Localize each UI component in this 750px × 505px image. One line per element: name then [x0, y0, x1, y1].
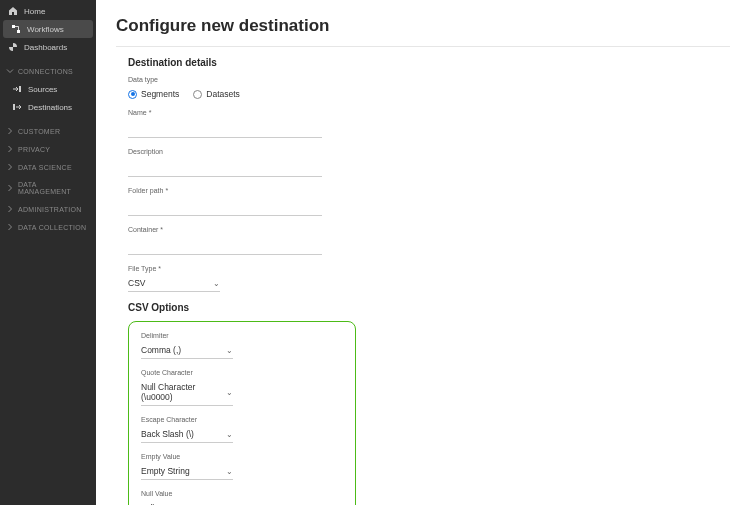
null-select[interactable]: null ⌄: [141, 499, 233, 505]
svg-rect-0: [12, 25, 15, 28]
group-label: DATA SCIENCE: [18, 164, 72, 171]
destinations-icon: [12, 102, 22, 112]
main-content: Configure new destination Destination de…: [96, 0, 750, 505]
folder-label: Folder path *: [128, 187, 322, 194]
null-label: Null Value: [141, 490, 343, 497]
nav-sources[interactable]: Sources: [0, 80, 96, 98]
desc-input[interactable]: [128, 159, 322, 177]
section-title-details: Destination details: [128, 57, 730, 68]
chevron-right-icon: [6, 163, 14, 171]
chevron-down-icon: ⌄: [226, 467, 233, 476]
csv-options-box: Delimiter Comma (,) ⌄ Quote Character Nu…: [128, 321, 356, 505]
workflows-icon: [11, 24, 21, 34]
select-value: Null Character (\u0000): [141, 382, 226, 402]
radio-icon: [128, 90, 137, 99]
home-icon: [8, 6, 18, 16]
chevron-down-icon: [6, 67, 14, 75]
radio-label: Datasets: [206, 89, 240, 99]
section-title-csv: CSV Options: [128, 302, 730, 313]
chevron-right-icon: [6, 127, 14, 135]
group-label: CUSTOMER: [18, 128, 60, 135]
delimiter-select[interactable]: Comma (,) ⌄: [141, 341, 233, 359]
nav-label: Workflows: [27, 25, 64, 34]
empty-label: Empty Value: [141, 453, 343, 460]
filetype-label: File Type *: [128, 265, 322, 272]
chevron-down-icon: ⌄: [226, 430, 233, 439]
chevron-right-icon: [6, 145, 14, 153]
quote-select[interactable]: Null Character (\u0000) ⌄: [141, 378, 233, 406]
chevron-right-icon: [6, 223, 14, 231]
nav-dashboards[interactable]: Dashboards: [0, 38, 96, 56]
delimiter-label: Delimiter: [141, 332, 343, 339]
radio-label: Segments: [141, 89, 179, 99]
sidebar: Home Workflows Dashboards CONNECTIONS So…: [0, 0, 96, 505]
radio-datasets[interactable]: Datasets: [193, 89, 240, 99]
group-label: DATA MANAGEMENT: [18, 181, 90, 195]
divider: [116, 46, 730, 47]
name-label: Name *: [128, 109, 322, 116]
nav-destinations[interactable]: Destinations: [0, 98, 96, 116]
nav-group-customer[interactable]: CUSTOMER: [0, 122, 96, 140]
escape-select[interactable]: Back Slash (\) ⌄: [141, 425, 233, 443]
datatype-radios: Segments Datasets: [128, 89, 730, 99]
group-label: PRIVACY: [18, 146, 50, 153]
chevron-down-icon: ⌄: [213, 279, 220, 288]
nav-label: Home: [24, 7, 45, 16]
nav-group-administration[interactable]: ADMINISTRATION: [0, 200, 96, 218]
quote-label: Quote Character: [141, 369, 343, 376]
nav-group-privacy[interactable]: PRIVACY: [0, 140, 96, 158]
radio-icon: [193, 90, 202, 99]
container-label: Container *: [128, 226, 322, 233]
nav-group-datascience[interactable]: DATA SCIENCE: [0, 158, 96, 176]
svg-rect-2: [19, 86, 21, 92]
dashboards-icon: [8, 42, 18, 52]
svg-rect-1: [17, 30, 20, 33]
radio-segments[interactable]: Segments: [128, 89, 179, 99]
filetype-select[interactable]: CSV ⌄: [128, 274, 220, 292]
nav-group-connections[interactable]: CONNECTIONS: [0, 62, 96, 80]
desc-label: Description: [128, 148, 322, 155]
sources-icon: [12, 84, 22, 94]
nav-group-datacollection[interactable]: DATA COLLECTION: [0, 218, 96, 236]
chevron-down-icon: ⌄: [226, 346, 233, 355]
select-value: Back Slash (\): [141, 429, 194, 439]
group-label: DATA COLLECTION: [18, 224, 86, 231]
nav-label: Dashboards: [24, 43, 67, 52]
container-input[interactable]: [128, 237, 322, 255]
select-value: Comma (,): [141, 345, 181, 355]
select-value: Empty String: [141, 466, 190, 476]
svg-rect-3: [13, 104, 15, 110]
chevron-right-icon: [6, 184, 14, 192]
chevron-down-icon: ⌄: [226, 388, 233, 397]
select-value: CSV: [128, 278, 145, 288]
nav-home[interactable]: Home: [0, 2, 96, 20]
datatype-label: Data type: [128, 76, 730, 83]
name-input[interactable]: [128, 120, 322, 138]
empty-select[interactable]: Empty String ⌄: [141, 462, 233, 480]
nav-label: Destinations: [28, 103, 72, 112]
escape-label: Escape Character: [141, 416, 343, 423]
page-title: Configure new destination: [116, 16, 730, 36]
nav-group-datamanagement[interactable]: DATA MANAGEMENT: [0, 176, 96, 200]
nav-label: Sources: [28, 85, 57, 94]
folder-input[interactable]: [128, 198, 322, 216]
nav-workflows[interactable]: Workflows: [3, 20, 93, 38]
chevron-right-icon: [6, 205, 14, 213]
group-label: ADMINISTRATION: [18, 206, 82, 213]
group-label: CONNECTIONS: [18, 68, 73, 75]
